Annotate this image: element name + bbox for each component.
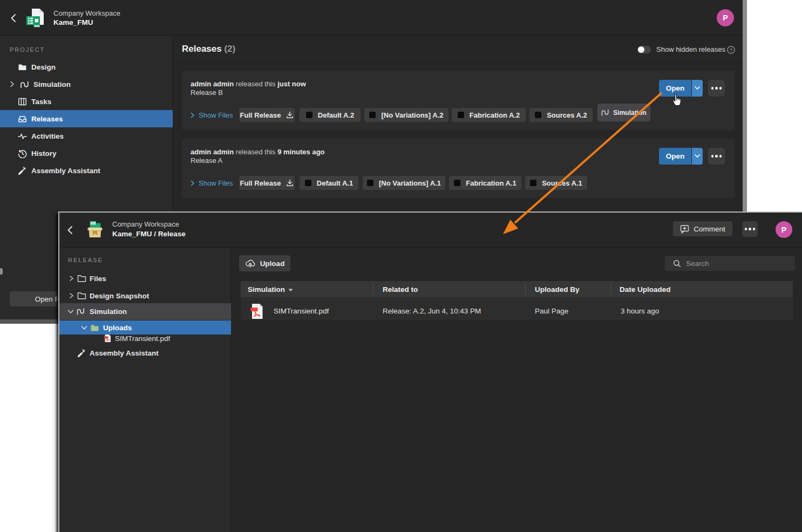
svg-text:?: ? xyxy=(730,47,732,53)
